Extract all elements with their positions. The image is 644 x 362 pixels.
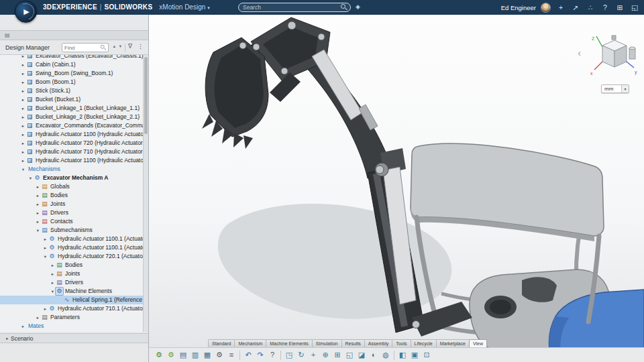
tree-item[interactable]: ▾▤Submechanisms — [0, 226, 144, 235]
display-style-icon[interactable]: ◐ — [368, 349, 380, 361]
tree-item[interactable]: ▸Stick (Stick.1) — [0, 86, 144, 95]
undo-icon[interactable]: ↶ — [243, 349, 254, 361]
expand-icon[interactable]: ▸ — [20, 55, 26, 60]
expand-icon[interactable]: ▸ — [35, 217, 41, 226]
units-dropdown[interactable]: mm ▾ — [601, 84, 629, 93]
expand-icon[interactable]: ▸ — [35, 313, 41, 322]
fullscreen-icon[interactable]: ◱ — [629, 3, 640, 11]
3dexperience-compass-icon[interactable]: ▶ — [15, 1, 37, 23]
community-icon[interactable]: ∴ — [585, 3, 596, 11]
expand-icon[interactable]: ▸ — [20, 139, 26, 147]
help-icon[interactable]: ? — [600, 3, 610, 11]
zoom-fit-icon[interactable]: ⊞ — [332, 349, 343, 361]
tab-marketplace[interactable]: Marketplace — [436, 339, 470, 347]
tree-item[interactable]: ▸Hydraulic Actuator 710 (Hydraulic Actua… — [0, 147, 144, 156]
expand-icon[interactable]: ▸ — [42, 304, 48, 313]
expand-icon[interactable]: ▸ — [50, 261, 56, 269]
tree-item[interactable]: ▸▤Globals — [0, 182, 144, 191]
ambience-icon[interactable]: ▣ — [409, 349, 421, 361]
expand-icon[interactable]: ▸ — [20, 130, 26, 139]
expand-icon[interactable]: ▸ — [20, 78, 26, 86]
hide-show-icon[interactable]: ◍ — [380, 349, 392, 361]
expand-icon[interactable]: ▸ — [42, 243, 48, 252]
find-next-icon[interactable]: ▾ — [117, 44, 123, 49]
global-search[interactable] — [238, 3, 351, 12]
tree-item[interactable]: ▸▤Bodies — [0, 261, 144, 269]
tree-scrollbar[interactable] — [143, 55, 148, 332]
collapse-viewcube-chevron-icon[interactable]: ‹ — [578, 48, 581, 58]
tab-tools[interactable]: Tools — [392, 339, 411, 347]
filter-funnel-icon[interactable]: ∇ — [128, 43, 132, 50]
tree-item[interactable]: ▸Bucket (Bucket.1) — [0, 95, 144, 104]
expand-icon[interactable]: ▸ — [20, 121, 26, 130]
contextual-help-icon[interactable]: ? — [267, 349, 278, 361]
find-previous-icon[interactable]: ▴ — [111, 44, 117, 49]
iso-view-icon[interactable]: ◳ — [284, 349, 295, 361]
tab-lifecycle[interactable]: Lifecycle — [411, 339, 437, 347]
rotate-view-icon[interactable]: ↻ — [296, 349, 307, 361]
add-icon[interactable]: + — [555, 3, 566, 11]
find-box[interactable] — [62, 43, 109, 52]
tree-item[interactable]: ▸⚙Hydraulic Actuator 1100.1 (Actuator 11… — [0, 243, 144, 252]
expand-icon[interactable]: ▸ — [20, 86, 26, 95]
tree-item[interactable]: ▸▤Parameters — [0, 313, 144, 322]
expand-icon[interactable]: ▸ — [20, 95, 26, 104]
tab-simulation[interactable]: Simulation — [312, 339, 342, 347]
tree-item[interactable]: ▸Excavator_Chassis (Excavator_Chassis.1) — [0, 55, 144, 60]
collapse-icon[interactable]: ▾ — [20, 165, 26, 174]
expand-icon[interactable]: ▸ — [4, 336, 11, 341]
expand-icon[interactable]: ▸ — [20, 113, 26, 121]
tree-item[interactable]: ▸Cabin (Cabin.1) — [0, 60, 144, 69]
tab-standard[interactable]: Standard — [208, 339, 235, 347]
expand-icon[interactable]: ▸ — [20, 156, 26, 165]
tree-item[interactable]: ▸▤Joints — [0, 200, 144, 208]
expand-icon[interactable]: ▸ — [20, 104, 26, 113]
collapse-icon[interactable]: ▾ — [35, 226, 41, 235]
apps-grid-icon[interactable]: ⊞ — [614, 3, 625, 11]
display-list-icon[interactable]: ≡ — [226, 349, 237, 361]
tab-results[interactable]: Results — [341, 339, 365, 347]
3d-viewport[interactable]: ‹ Z x y mm ▾ — [149, 15, 644, 362]
expand-icon[interactable]: ▸ — [20, 60, 26, 69]
tree-item[interactable]: ▸Bucket_Linkage_1 (Bucket_Linkage_1.1) — [0, 104, 144, 113]
tree-item[interactable]: ▸Bucket_Linkage_2 (Bucket_Linkage_2.1) — [0, 113, 144, 121]
tree-item[interactable]: ▾Mechanisms — [0, 165, 144, 174]
expand-icon[interactable]: ▸ — [50, 278, 56, 287]
find-input[interactable] — [62, 44, 100, 52]
tree-item[interactable]: ▾⚙Machine Elements — [0, 287, 144, 296]
scrollbar-thumb[interactable] — [144, 57, 148, 134]
panel-tab-strip[interactable]: ▤ — [0, 30, 148, 40]
expand-icon[interactable]: ▸ — [35, 182, 41, 191]
view-orientation-cube[interactable]: Z x y — [588, 34, 640, 80]
find-search-icon[interactable] — [101, 45, 107, 51]
mechanism-manager-icon[interactable]: ⚙ — [154, 349, 165, 361]
collapse-icon[interactable]: ▾ — [28, 174, 34, 182]
app-name-menu[interactable]: xMotion Design — [159, 3, 205, 11]
tree-item[interactable]: ▸▤Bodies — [0, 191, 144, 200]
tree-item[interactable]: ▸▤Joints — [0, 269, 144, 278]
bucket[interactable] — [202, 38, 268, 149]
capture-icon[interactable]: ▦ — [202, 349, 213, 361]
user-name[interactable]: Ed Engineer — [501, 4, 536, 11]
render-mode-icon[interactable]: ◧ — [397, 349, 409, 361]
share-tag-icon[interactable]: ◈ — [356, 3, 360, 10]
expand-icon[interactable]: ▸ — [20, 69, 26, 78]
tree-item[interactable]: ▸Mates — [0, 322, 144, 330]
avatar[interactable] — [541, 3, 551, 13]
settings-icon[interactable]: ⚙ — [214, 349, 225, 361]
expand-icon[interactable]: ▸ — [20, 322, 26, 330]
expand-icon[interactable]: ▸ — [20, 147, 26, 156]
pan-icon[interactable]: + — [308, 349, 319, 361]
tree-item[interactable]: ▾⚙Excavator Mechanism A — [0, 174, 144, 182]
save-all-icon[interactable]: ▥ — [190, 349, 201, 361]
tree-item[interactable]: ▸Swing_Boom (Swing_Boom.1) — [0, 69, 144, 78]
scenario-section[interactable]: ▸ Scenario — [0, 333, 148, 343]
expand-icon[interactable]: ▸ — [35, 191, 41, 200]
chevron-down-icon[interactable]: ▾ — [621, 85, 629, 93]
tree-item[interactable]: ▸▤Contacts — [0, 217, 144, 226]
share-icon[interactable]: ↗ — [570, 3, 581, 11]
tree-item[interactable]: ▸Boom (Boom.1) — [0, 78, 144, 86]
simulation-manager-icon[interactable]: ⚙ — [166, 349, 177, 361]
reframe-icon[interactable]: ⊡ — [421, 349, 433, 361]
tree-item[interactable]: ▸▤Drivers — [0, 208, 144, 217]
